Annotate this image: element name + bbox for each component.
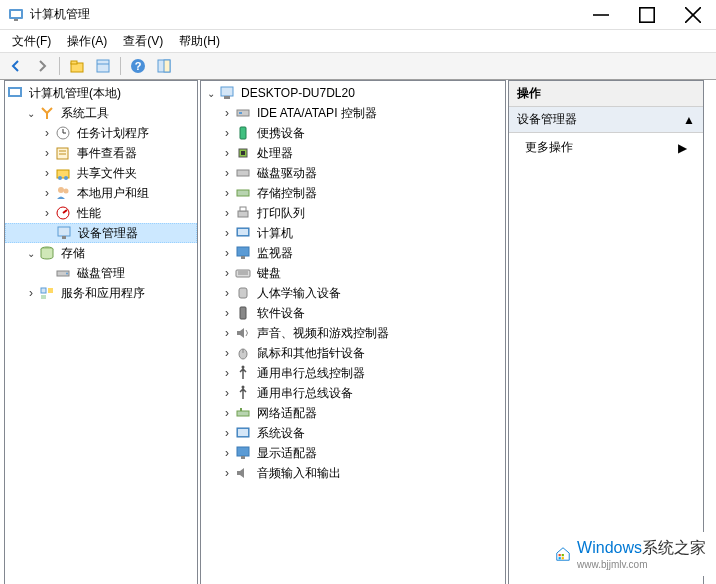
help-button[interactable]: ? xyxy=(126,55,150,77)
device-ide-atapi[interactable]: IDE ATA/ATAPI 控制器 xyxy=(201,103,505,123)
device-audio-io[interactable]: 音频输入和输出 xyxy=(201,463,505,483)
device-disk-drives[interactable]: 磁盘驱动器 xyxy=(201,163,505,183)
tree-device-manager[interactable]: 设备管理器 xyxy=(5,223,197,243)
device-processors[interactable]: 处理器 xyxy=(201,143,505,163)
expand-icon[interactable] xyxy=(39,186,55,200)
tree-system-tools[interactable]: 系统工具 xyxy=(5,103,197,123)
back-button[interactable] xyxy=(4,55,28,77)
svg-rect-16 xyxy=(10,89,20,95)
menu-file[interactable]: 文件(F) xyxy=(4,31,59,52)
expand-icon[interactable] xyxy=(219,186,235,200)
svg-rect-67 xyxy=(241,456,245,459)
svg-rect-9 xyxy=(97,60,109,72)
device-monitors[interactable]: 监视器 xyxy=(201,243,505,263)
left-tree-panel: 计算机管理(本地) 系统工具 任务计划程序 事件查看器 共享文件夹 xyxy=(4,80,198,584)
device-computer[interactable]: 计算机 xyxy=(201,223,505,243)
device-portable[interactable]: 便携设备 xyxy=(201,123,505,143)
expand-icon[interactable] xyxy=(219,366,235,380)
left-tree: 计算机管理(本地) 系统工具 任务计划程序 事件查看器 共享文件夹 xyxy=(5,81,197,305)
expand-icon[interactable] xyxy=(219,306,235,320)
services-icon xyxy=(39,285,55,301)
tree-local-users[interactable]: 本地用户和组 xyxy=(5,183,197,203)
svg-rect-36 xyxy=(48,288,53,293)
menu-action[interactable]: 操作(A) xyxy=(59,31,115,52)
forward-button[interactable] xyxy=(30,55,54,77)
properties-button[interactable] xyxy=(91,55,115,77)
expand-icon[interactable] xyxy=(219,446,235,460)
device-mice[interactable]: 鼠标和其他指针设备 xyxy=(201,343,505,363)
expand-icon[interactable] xyxy=(219,166,235,180)
svg-text:?: ? xyxy=(135,60,142,72)
device-print-queues[interactable]: 打印队列 xyxy=(201,203,505,223)
menu-help[interactable]: 帮助(H) xyxy=(171,31,228,52)
actions-subheader[interactable]: 设备管理器 ▲ xyxy=(509,107,703,133)
expand-icon[interactable] xyxy=(39,146,55,160)
collapse-icon: ▲ xyxy=(683,113,695,127)
expand-icon[interactable] xyxy=(219,126,235,140)
svg-rect-48 xyxy=(240,207,246,211)
tree-disk-management[interactable]: 磁盘管理 xyxy=(5,263,197,283)
minimize-button[interactable] xyxy=(578,0,624,30)
tools-icon xyxy=(39,105,55,121)
svg-rect-39 xyxy=(224,96,230,99)
menu-view[interactable]: 查看(V) xyxy=(115,31,171,52)
device-hid[interactable]: 人体学输入设备 xyxy=(201,283,505,303)
tree-storage[interactable]: 存储 xyxy=(5,243,197,263)
expand-icon[interactable] xyxy=(219,246,235,260)
maximize-button[interactable] xyxy=(624,0,670,30)
expand-icon[interactable] xyxy=(219,386,235,400)
device-storage-ctrl[interactable]: 存储控制器 xyxy=(201,183,505,203)
close-button[interactable] xyxy=(670,0,716,30)
svg-rect-40 xyxy=(237,110,249,116)
audio-io-icon xyxy=(235,465,251,481)
expand-icon[interactable] xyxy=(219,346,235,360)
storage-icon xyxy=(39,245,55,261)
expand-icon[interactable] xyxy=(219,326,235,340)
expand-icon[interactable] xyxy=(23,286,39,300)
expand-icon[interactable] xyxy=(219,286,235,300)
actions-header: 操作 xyxy=(509,81,703,107)
expand-icon[interactable] xyxy=(219,106,235,120)
expand-icon[interactable] xyxy=(203,88,219,99)
device-audio-video[interactable]: 声音、视频和游戏控制器 xyxy=(201,323,505,343)
tree-event-viewer[interactable]: 事件查看器 xyxy=(5,143,197,163)
expand-icon[interactable] xyxy=(219,206,235,220)
svg-rect-71 xyxy=(562,557,564,559)
expand-icon[interactable] xyxy=(39,166,55,180)
svg-rect-14 xyxy=(164,60,170,72)
device-network[interactable]: 网络适配器 xyxy=(201,403,505,423)
svg-rect-50 xyxy=(238,229,248,235)
show-hide-button[interactable] xyxy=(152,55,176,77)
tree-services-apps[interactable]: 服务和应用程序 xyxy=(5,283,197,303)
svg-rect-38 xyxy=(221,87,233,96)
device-keyboards[interactable]: 键盘 xyxy=(201,263,505,283)
tree-root-computer-mgmt[interactable]: 计算机管理(本地) xyxy=(5,83,197,103)
actions-more[interactable]: 更多操作 ▶ xyxy=(509,133,703,162)
tree-performance[interactable]: 性能 xyxy=(5,203,197,223)
window-title: 计算机管理 xyxy=(30,6,578,23)
speaker-icon xyxy=(235,325,251,341)
device-usb-ctrl[interactable]: 通用串行总线控制器 xyxy=(201,363,505,383)
expand-icon[interactable] xyxy=(219,266,235,280)
device-software[interactable]: 软件设备 xyxy=(201,303,505,323)
device-system-dev[interactable]: 系统设备 xyxy=(201,423,505,443)
device-display[interactable]: 显示适配器 xyxy=(201,443,505,463)
tree-shared-folders[interactable]: 共享文件夹 xyxy=(5,163,197,183)
expand-icon[interactable] xyxy=(219,426,235,440)
device-root[interactable]: DESKTOP-DU7DL20 xyxy=(201,83,505,103)
svg-rect-1 xyxy=(11,11,21,17)
expand-icon[interactable] xyxy=(39,126,55,140)
tree-task-scheduler[interactable]: 任务计划程序 xyxy=(5,123,197,143)
svg-rect-56 xyxy=(239,288,247,298)
device-tree-panel: DESKTOP-DU7DL20 IDE ATA/ATAPI 控制器 便携设备 处… xyxy=(200,80,506,584)
expand-icon[interactable] xyxy=(219,406,235,420)
device-usb-dev[interactable]: 通用串行总线设备 xyxy=(201,383,505,403)
expand-icon[interactable] xyxy=(219,466,235,480)
expand-icon[interactable] xyxy=(23,108,39,119)
up-button[interactable] xyxy=(65,55,89,77)
expand-icon[interactable] xyxy=(39,206,55,220)
expand-icon[interactable] xyxy=(219,146,235,160)
hid-icon xyxy=(235,285,251,301)
expand-icon[interactable] xyxy=(219,226,235,240)
expand-icon[interactable] xyxy=(23,248,39,259)
